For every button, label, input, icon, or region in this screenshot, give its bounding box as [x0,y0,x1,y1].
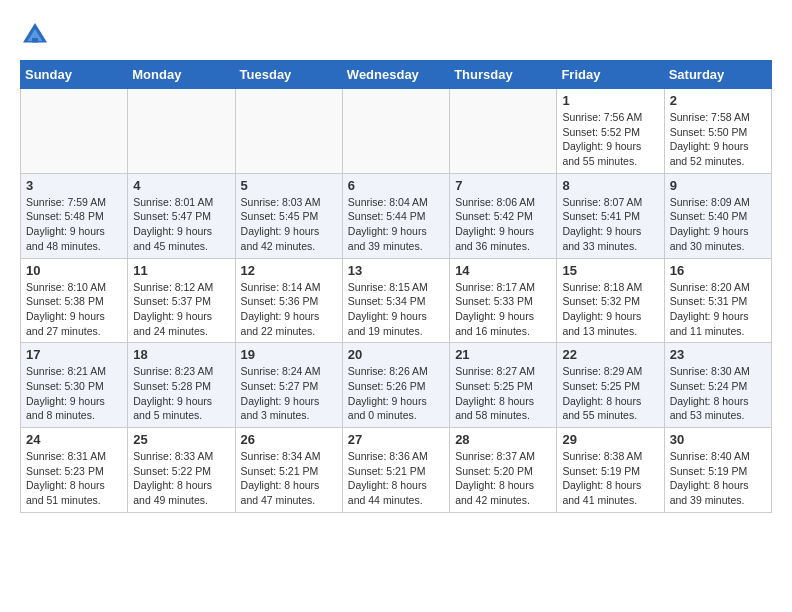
calendar-cell: 8Sunrise: 8:07 AM Sunset: 5:41 PM Daylig… [557,173,664,258]
calendar-cell: 22Sunrise: 8:29 AM Sunset: 5:25 PM Dayli… [557,343,664,428]
calendar-cell [450,89,557,174]
day-header-tuesday: Tuesday [235,61,342,89]
day-info: Sunrise: 8:18 AM Sunset: 5:32 PM Dayligh… [562,280,658,339]
day-number: 28 [455,432,551,447]
day-header-wednesday: Wednesday [342,61,449,89]
day-number: 5 [241,178,337,193]
day-info: Sunrise: 8:01 AM Sunset: 5:47 PM Dayligh… [133,195,229,254]
day-number: 16 [670,263,766,278]
day-info: Sunrise: 8:15 AM Sunset: 5:34 PM Dayligh… [348,280,444,339]
day-info: Sunrise: 8:10 AM Sunset: 5:38 PM Dayligh… [26,280,122,339]
calendar-cell: 15Sunrise: 8:18 AM Sunset: 5:32 PM Dayli… [557,258,664,343]
day-header-monday: Monday [128,61,235,89]
day-info: Sunrise: 8:31 AM Sunset: 5:23 PM Dayligh… [26,449,122,508]
day-number: 15 [562,263,658,278]
calendar-cell [128,89,235,174]
day-number: 20 [348,347,444,362]
calendar-cell: 4Sunrise: 8:01 AM Sunset: 5:47 PM Daylig… [128,173,235,258]
day-number: 8 [562,178,658,193]
day-info: Sunrise: 8:36 AM Sunset: 5:21 PM Dayligh… [348,449,444,508]
day-number: 29 [562,432,658,447]
calendar-cell: 2Sunrise: 7:58 AM Sunset: 5:50 PM Daylig… [664,89,771,174]
day-info: Sunrise: 8:06 AM Sunset: 5:42 PM Dayligh… [455,195,551,254]
calendar-cell: 14Sunrise: 8:17 AM Sunset: 5:33 PM Dayli… [450,258,557,343]
day-info: Sunrise: 8:14 AM Sunset: 5:36 PM Dayligh… [241,280,337,339]
logo-icon [20,20,50,50]
calendar-cell [342,89,449,174]
calendar-cell: 20Sunrise: 8:26 AM Sunset: 5:26 PM Dayli… [342,343,449,428]
day-number: 1 [562,93,658,108]
calendar-cell: 7Sunrise: 8:06 AM Sunset: 5:42 PM Daylig… [450,173,557,258]
day-info: Sunrise: 7:56 AM Sunset: 5:52 PM Dayligh… [562,110,658,169]
calendar-cell: 12Sunrise: 8:14 AM Sunset: 5:36 PM Dayli… [235,258,342,343]
calendar-cell: 25Sunrise: 8:33 AM Sunset: 5:22 PM Dayli… [128,428,235,513]
day-number: 21 [455,347,551,362]
day-number: 23 [670,347,766,362]
calendar-cell: 11Sunrise: 8:12 AM Sunset: 5:37 PM Dayli… [128,258,235,343]
calendar-cell: 13Sunrise: 8:15 AM Sunset: 5:34 PM Dayli… [342,258,449,343]
calendar-cell: 5Sunrise: 8:03 AM Sunset: 5:45 PM Daylig… [235,173,342,258]
day-number: 7 [455,178,551,193]
calendar-cell: 30Sunrise: 8:40 AM Sunset: 5:19 PM Dayli… [664,428,771,513]
day-header-saturday: Saturday [664,61,771,89]
svg-rect-2 [32,38,38,43]
calendar-cell: 24Sunrise: 8:31 AM Sunset: 5:23 PM Dayli… [21,428,128,513]
calendar-cell: 26Sunrise: 8:34 AM Sunset: 5:21 PM Dayli… [235,428,342,513]
day-info: Sunrise: 8:26 AM Sunset: 5:26 PM Dayligh… [348,364,444,423]
day-info: Sunrise: 8:24 AM Sunset: 5:27 PM Dayligh… [241,364,337,423]
day-number: 13 [348,263,444,278]
calendar-cell: 27Sunrise: 8:36 AM Sunset: 5:21 PM Dayli… [342,428,449,513]
day-header-thursday: Thursday [450,61,557,89]
day-number: 14 [455,263,551,278]
calendar-cell: 28Sunrise: 8:37 AM Sunset: 5:20 PM Dayli… [450,428,557,513]
day-info: Sunrise: 8:27 AM Sunset: 5:25 PM Dayligh… [455,364,551,423]
day-info: Sunrise: 8:12 AM Sunset: 5:37 PM Dayligh… [133,280,229,339]
calendar-cell: 19Sunrise: 8:24 AM Sunset: 5:27 PM Dayli… [235,343,342,428]
calendar-cell: 16Sunrise: 8:20 AM Sunset: 5:31 PM Dayli… [664,258,771,343]
day-number: 3 [26,178,122,193]
calendar-cell: 6Sunrise: 8:04 AM Sunset: 5:44 PM Daylig… [342,173,449,258]
day-number: 4 [133,178,229,193]
day-number: 6 [348,178,444,193]
calendar-cell [235,89,342,174]
day-number: 25 [133,432,229,447]
calendar-cell [21,89,128,174]
day-info: Sunrise: 8:20 AM Sunset: 5:31 PM Dayligh… [670,280,766,339]
day-number: 10 [26,263,122,278]
calendar-cell: 9Sunrise: 8:09 AM Sunset: 5:40 PM Daylig… [664,173,771,258]
day-info: Sunrise: 8:34 AM Sunset: 5:21 PM Dayligh… [241,449,337,508]
calendar-cell: 1Sunrise: 7:56 AM Sunset: 5:52 PM Daylig… [557,89,664,174]
day-number: 2 [670,93,766,108]
day-number: 17 [26,347,122,362]
calendar-cell: 21Sunrise: 8:27 AM Sunset: 5:25 PM Dayli… [450,343,557,428]
calendar-cell: 3Sunrise: 7:59 AM Sunset: 5:48 PM Daylig… [21,173,128,258]
day-info: Sunrise: 8:33 AM Sunset: 5:22 PM Dayligh… [133,449,229,508]
calendar-cell: 29Sunrise: 8:38 AM Sunset: 5:19 PM Dayli… [557,428,664,513]
day-number: 22 [562,347,658,362]
day-info: Sunrise: 8:37 AM Sunset: 5:20 PM Dayligh… [455,449,551,508]
day-info: Sunrise: 7:58 AM Sunset: 5:50 PM Dayligh… [670,110,766,169]
day-info: Sunrise: 8:04 AM Sunset: 5:44 PM Dayligh… [348,195,444,254]
calendar-cell: 23Sunrise: 8:30 AM Sunset: 5:24 PM Dayli… [664,343,771,428]
day-number: 9 [670,178,766,193]
day-number: 12 [241,263,337,278]
day-number: 24 [26,432,122,447]
day-info: Sunrise: 8:21 AM Sunset: 5:30 PM Dayligh… [26,364,122,423]
day-info: Sunrise: 8:40 AM Sunset: 5:19 PM Dayligh… [670,449,766,508]
calendar-cell: 17Sunrise: 8:21 AM Sunset: 5:30 PM Dayli… [21,343,128,428]
day-info: Sunrise: 8:29 AM Sunset: 5:25 PM Dayligh… [562,364,658,423]
calendar-table: SundayMondayTuesdayWednesdayThursdayFrid… [20,60,772,513]
day-number: 19 [241,347,337,362]
day-number: 26 [241,432,337,447]
day-header-friday: Friday [557,61,664,89]
day-info: Sunrise: 8:38 AM Sunset: 5:19 PM Dayligh… [562,449,658,508]
day-info: Sunrise: 8:03 AM Sunset: 5:45 PM Dayligh… [241,195,337,254]
day-info: Sunrise: 8:09 AM Sunset: 5:40 PM Dayligh… [670,195,766,254]
day-info: Sunrise: 8:07 AM Sunset: 5:41 PM Dayligh… [562,195,658,254]
day-info: Sunrise: 7:59 AM Sunset: 5:48 PM Dayligh… [26,195,122,254]
day-header-sunday: Sunday [21,61,128,89]
day-number: 27 [348,432,444,447]
day-number: 11 [133,263,229,278]
page: SundayMondayTuesdayWednesdayThursdayFrid… [0,0,792,523]
header [20,20,772,50]
